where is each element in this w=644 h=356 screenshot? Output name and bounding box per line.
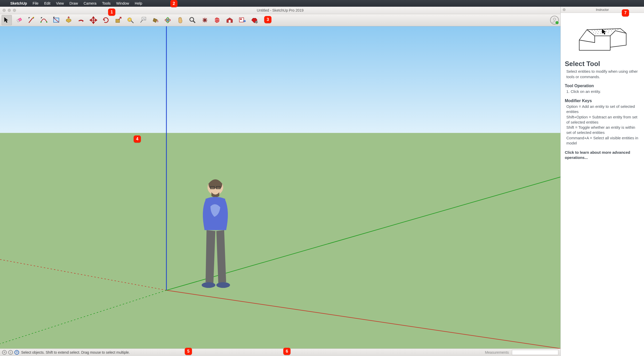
- window-zoom-icon[interactable]: [13, 9, 16, 12]
- tool-orbit[interactable]: [163, 15, 173, 25]
- svg-point-37: [553, 18, 556, 20]
- svg-point-36: [255, 21, 257, 23]
- tool-select[interactable]: [2, 15, 12, 25]
- tool-pushpull[interactable]: [63, 15, 74, 25]
- tool-eraser[interactable]: [14, 15, 24, 25]
- svg-point-49: [216, 282, 230, 288]
- instructor-tool-description: Select entities to modify when using oth…: [566, 69, 640, 79]
- sketchup-window: Untitled - SketchUp Pro 2019: [0, 7, 561, 356]
- svg-rect-38: [0, 26, 560, 133]
- tool-line[interactable]: [26, 15, 37, 25]
- status-bar: ⌖ i ? Select objects. Shift to extend se…: [0, 349, 560, 356]
- tool-add-location[interactable]: [212, 15, 222, 25]
- svg-marker-2: [29, 17, 30, 19]
- tool-rotate[interactable]: [101, 15, 111, 25]
- tool-zoom-extents[interactable]: [200, 15, 210, 25]
- svg-point-25: [190, 18, 194, 21]
- document-title: Untitled - SketchUp Pro 2019: [257, 8, 303, 12]
- tool-offset[interactable]: [76, 15, 86, 25]
- credits-icon[interactable]: i: [8, 350, 13, 355]
- svg-point-63: [593, 32, 594, 33]
- svg-point-56: [605, 29, 605, 30]
- geo-location-icon[interactable]: ⌖: [2, 350, 7, 355]
- measurements-label: Measurements: [485, 350, 509, 354]
- instructor-close-icon[interactable]: [563, 8, 566, 11]
- svg-point-54: [600, 30, 600, 30]
- svg-point-59: [613, 29, 613, 30]
- svg-point-73: [598, 33, 598, 34]
- instructor-titlebar: Instructor: [561, 7, 644, 13]
- menu-tools[interactable]: Tools: [100, 1, 113, 5]
- svg-point-76: [605, 33, 606, 33]
- svg-marker-15: [95, 19, 97, 21]
- svg-point-58: [610, 29, 610, 30]
- svg-point-19: [129, 19, 130, 20]
- svg-marker-39: [0, 133, 560, 349]
- tool-tape-measure[interactable]: [125, 15, 136, 25]
- svg-point-64: [596, 32, 596, 32]
- instructor-operation-step: 1. Click on an entity.: [566, 89, 640, 94]
- svg-point-71: [592, 34, 593, 35]
- instructor-panel: Instructor: [561, 7, 644, 356]
- tool-pan[interactable]: [175, 15, 185, 25]
- svg-rect-33: [229, 20, 231, 22]
- window-close-icon[interactable]: [3, 9, 6, 12]
- menu-edit[interactable]: Edit: [42, 1, 53, 5]
- svg-point-72: [595, 34, 595, 34]
- help-icon[interactable]: ?: [14, 350, 19, 355]
- svg-point-51: [592, 30, 592, 31]
- svg-point-57: [607, 29, 608, 30]
- instructor-tool-title: Select Tool: [565, 59, 640, 68]
- menu-help[interactable]: Help: [132, 1, 145, 5]
- svg-point-3: [40, 21, 42, 23]
- instructor-learn-more-link[interactable]: Click to learn about more advanced opera…: [565, 150, 640, 160]
- svg-marker-13: [92, 22, 94, 23]
- macos-menubar: SketchUp File Edit View Draw Camera Tool…: [0, 0, 644, 7]
- window-traffic-lights[interactable]: [3, 9, 16, 12]
- svg-point-53: [597, 30, 598, 30]
- menu-window[interactable]: Window: [114, 1, 132, 5]
- tool-text[interactable]: A1: [138, 15, 148, 25]
- model-viewport[interactable]: [0, 26, 560, 349]
- svg-marker-12: [92, 17, 94, 18]
- tool-scale[interactable]: [113, 15, 123, 25]
- tool-3d-warehouse[interactable]: [224, 15, 235, 25]
- instructor-modifier: Shift = Toggle whether an entity is with…: [566, 125, 640, 135]
- svg-point-50: [589, 31, 590, 31]
- measurements-input[interactable]: [512, 350, 558, 355]
- tool-send-to-layout[interactable]: [237, 15, 247, 25]
- svg-point-61: [618, 29, 618, 30]
- menu-file[interactable]: File: [30, 1, 41, 5]
- status-hint: Select objects. Shift to extend select. …: [21, 350, 130, 354]
- svg-point-52: [594, 30, 595, 31]
- svg-point-24: [167, 19, 168, 21]
- svg-point-69: [609, 31, 609, 31]
- tool-move[interactable]: [88, 15, 99, 25]
- window-minimize-icon[interactable]: [8, 9, 11, 12]
- instructor-illustration: [561, 13, 644, 59]
- svg-point-77: [608, 33, 608, 33]
- instructor-title: Instructor: [596, 8, 609, 12]
- instructor-modifier: Option = Add an entity to set of selecte…: [566, 104, 640, 115]
- instructor-modifier: Shift+Option = Subtract an entity from s…: [566, 115, 640, 125]
- app-menu[interactable]: SketchUp: [8, 1, 30, 5]
- tool-paint-bucket[interactable]: [150, 15, 160, 25]
- svg-point-62: [591, 33, 591, 33]
- menu-draw[interactable]: Draw: [67, 1, 81, 5]
- window-titlebar: Untitled - SketchUp Pro 2019: [0, 7, 560, 14]
- main-toolbar: A1: [0, 14, 560, 26]
- svg-point-68: [606, 31, 607, 31]
- menu-view[interactable]: View: [53, 1, 66, 5]
- account-avatar[interactable]: [550, 16, 559, 25]
- tool-shapes[interactable]: [51, 15, 61, 25]
- tool-arc[interactable]: [39, 15, 49, 25]
- tool-zoom[interactable]: [187, 15, 198, 25]
- svg-point-48: [202, 282, 215, 288]
- menu-camera[interactable]: Camera: [81, 1, 99, 5]
- svg-text:A1: A1: [143, 18, 146, 20]
- instructor-modifier: Command+A = Select all visible entities …: [566, 135, 640, 146]
- instructor-modifiers-heading: Modifier Keys: [565, 98, 640, 104]
- svg-point-4: [46, 21, 47, 23]
- tool-extension-warehouse[interactable]: [249, 15, 260, 25]
- svg-point-70: [611, 31, 612, 31]
